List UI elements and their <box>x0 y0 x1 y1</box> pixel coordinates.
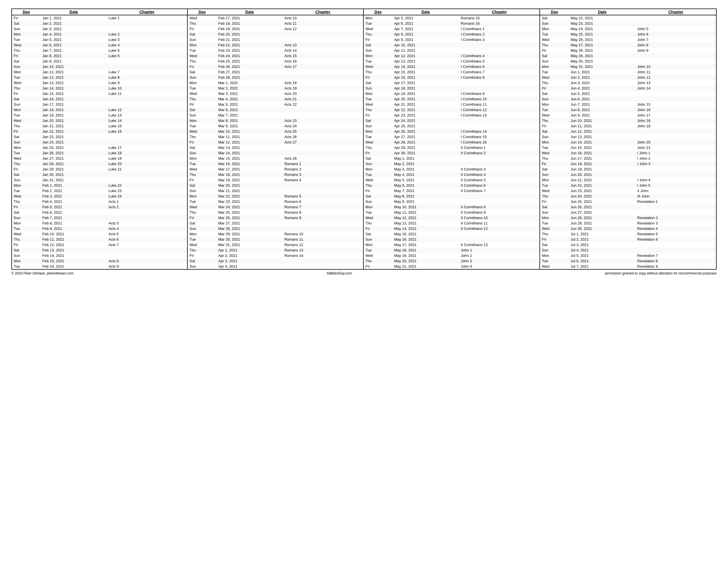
cell-day-3: Tue <box>540 258 569 264</box>
cell-date-3: May 27, 2021 <box>569 42 635 48</box>
table-row: WedFeb 3, 2021Luke 24MonMar 22, 2021Roma… <box>12 194 716 199</box>
cell-date-1: Mar 1, 2021 <box>216 80 282 86</box>
cell-day-0: Mon <box>12 258 41 264</box>
cell-date-0: Feb 6, 2021 <box>41 210 107 215</box>
cell-date-1: Apr 2, 2021 <box>216 253 282 258</box>
cell-date-0: Feb 3, 2021 <box>41 194 107 199</box>
cell-chapter-3: John 16 <box>636 107 716 113</box>
cell-date-1: Mar 7, 2021 <box>216 113 282 118</box>
cell-date-2: May 16, 2021 <box>392 237 459 242</box>
cell-chapter-3: John 21 <box>636 145 716 150</box>
cell-chapter-1 <box>283 264 363 270</box>
cell-day-3: Wed <box>540 150 569 156</box>
cell-date-3: Jun 12, 2021 <box>569 129 635 134</box>
cell-chapter-2 <box>459 194 540 199</box>
cell-chapter-0: Luke 6 <box>107 53 187 59</box>
cell-date-0: Jan 16, 2021 <box>41 96 107 102</box>
cell-chapter-2: I Corinthians 3 <box>459 37 540 42</box>
header-date-1: Date <box>41 9 107 15</box>
cell-date-3: Jun 6, 2021 <box>569 96 635 102</box>
cell-day-0: Sun <box>12 140 41 145</box>
cell-day-1: Wed <box>187 242 216 248</box>
cell-date-1: Mar 5, 2021 <box>216 102 282 107</box>
cell-date-0: Feb 2, 2021 <box>41 188 107 194</box>
cell-day-1: Sat <box>187 221 216 226</box>
cell-day-3: Tue <box>540 183 569 188</box>
cell-day-3: Wed <box>540 264 569 270</box>
cell-date-2: Apr 27, 2021 <box>392 134 459 140</box>
cell-day-3: Fri <box>540 123 569 129</box>
table-row: MonJan 4, 2021Luke 2SatFeb 20, 2021ThuAp… <box>12 32 716 37</box>
cell-chapter-1 <box>283 145 363 150</box>
cell-day-0: Wed <box>12 80 41 86</box>
cell-chapter-2: Romans 15 <box>459 15 540 21</box>
cell-chapter-3 <box>636 172 716 177</box>
table-row: SunJan 24, 2021FriMar 12, 2021Acts 27Wed… <box>12 140 716 145</box>
cell-day-0: Sat <box>12 21 41 26</box>
cell-date-1: Mar 13, 2021 <box>216 145 282 150</box>
cell-day-2: Thu <box>363 258 392 264</box>
cell-day-3: Sat <box>540 204 569 210</box>
cell-date-0: Jan 4, 2021 <box>41 32 107 37</box>
cell-day-3: Sun <box>540 134 569 140</box>
cell-date-2: Apr 13, 2021 <box>392 59 459 64</box>
cell-date-0: Jan 10, 2021 <box>41 64 107 69</box>
cell-chapter-1 <box>283 150 363 156</box>
cell-chapter-2: John 3 <box>459 258 540 264</box>
cell-date-1: Mar 14, 2021 <box>216 150 282 156</box>
cell-date-1: Mar 8, 2021 <box>216 118 282 123</box>
cell-chapter-0: Luke 12 <box>107 107 187 113</box>
cell-chapter-0: Luke 1 <box>107 15 187 21</box>
cell-day-0: Fri <box>12 91 41 96</box>
cell-day-1: Thu <box>187 210 216 215</box>
cell-chapter-3: I John 1 <box>636 150 716 156</box>
cell-date-1: Mar 18, 2021 <box>216 172 282 177</box>
cell-chapter-0 <box>107 59 187 64</box>
cell-date-3: Jun 2, 2021 <box>569 75 635 80</box>
cell-date-0: Jan 14, 2021 <box>41 86 107 91</box>
cell-chapter-2 <box>459 123 540 129</box>
table-row: TueJan 5, 2021Luke 3SunFeb 21, 2021FriAp… <box>12 37 716 42</box>
cell-chapter-2: I Corinthians 12 <box>459 107 540 113</box>
cell-day-3: Mon <box>540 177 569 183</box>
cell-day-3: Wed <box>540 75 569 80</box>
cell-chapter-1: Romans 11 <box>283 237 363 242</box>
cell-date-0: Jan 20, 2021 <box>41 118 107 123</box>
cell-date-2: Apr 11, 2021 <box>392 48 459 53</box>
cell-chapter-0: Luke 19 <box>107 156 187 161</box>
cell-chapter-3 <box>636 204 716 210</box>
cell-chapter-2: I Corinthians 15 <box>459 134 540 140</box>
cell-chapter-2 <box>459 80 540 86</box>
cell-chapter-2 <box>459 161 540 167</box>
cell-day-2: Tue <box>363 96 392 102</box>
cell-day-0: Sun <box>12 64 41 69</box>
cell-chapter-2: I Corinthians 7 <box>459 69 540 75</box>
table-row: FriJan 15, 2021Luke 11WedMar 3, 2021Acts… <box>12 91 716 96</box>
cell-chapter-3: I John 2 <box>636 156 716 161</box>
cell-day-2: Fri <box>363 37 392 42</box>
cell-chapter-0: Luke 17 <box>107 145 187 150</box>
cell-date-2: May 18, 2021 <box>392 248 459 253</box>
table-row: TueFeb 16, 2021Acts 9SunApr 4, 2021FriMa… <box>12 264 716 270</box>
cell-date-3: Jun 11, 2021 <box>569 123 635 129</box>
cell-day-0: Fri <box>12 15 41 21</box>
cell-chapter-0 <box>107 210 187 215</box>
cell-date-1: Feb 25, 2021 <box>216 59 282 64</box>
cell-chapter-2: I Corinthians 10 <box>459 96 540 102</box>
table-row: SunJan 31, 2021FriMar 19, 2021Romans 4We… <box>12 177 716 183</box>
cell-day-3: Fri <box>540 48 569 53</box>
cell-chapter-3: John 11 <box>636 69 716 75</box>
cell-date-3: Jun 13, 2021 <box>569 134 635 140</box>
cell-day-0: Mon <box>12 221 41 226</box>
cell-chapter-0: Luke 20 <box>107 161 187 167</box>
cell-day-1: Wed <box>187 204 216 210</box>
table-row: MonFeb 8, 2021Acts 3SatMar 27, 2021ThuMa… <box>12 221 716 226</box>
cell-day-3: Thu <box>540 231 569 237</box>
table-row: SatFeb 6, 2021ThuMar 25, 2021Romans 8Tue… <box>12 210 716 215</box>
cell-day-0: Wed <box>12 156 41 161</box>
cell-date-3: May 30, 2021 <box>569 59 635 64</box>
cell-date-0: Jan 19, 2021 <box>41 113 107 118</box>
cell-day-2: Wed <box>363 215 392 221</box>
cell-day-0: Fri <box>12 53 41 59</box>
cell-day-0: Sun <box>12 26 41 32</box>
